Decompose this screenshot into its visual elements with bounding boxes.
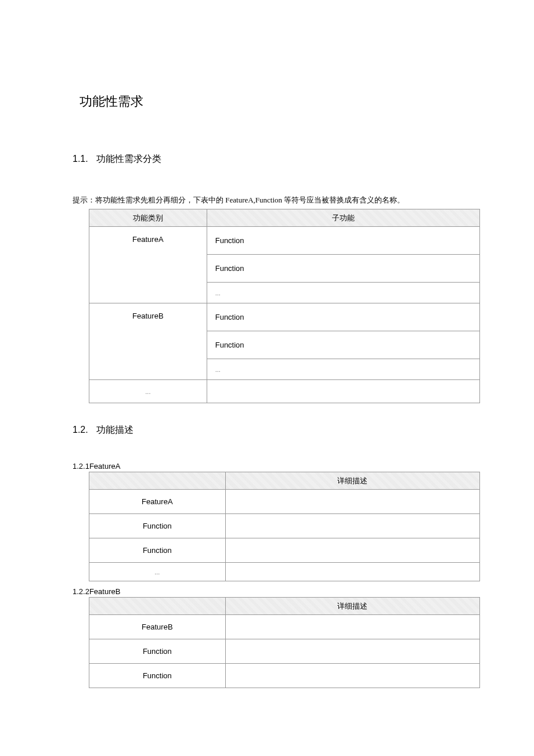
- section-1-heading: 1.1. 功能性需求分类: [73, 153, 461, 165]
- function-cell: Function: [207, 255, 479, 283]
- subsection-1-title: FeatureA: [89, 462, 120, 471]
- label-cell: FeatureB: [89, 615, 226, 639]
- function-cell: Function: [207, 331, 479, 359]
- label-cell: Function: [89, 514, 226, 538]
- feature-cell: FeatureA: [89, 227, 207, 303]
- table-row: 详细描述: [89, 472, 480, 490]
- table-header-detail: 详细描述: [225, 598, 479, 615]
- table-header-category: 功能类别: [89, 209, 207, 227]
- label-cell: Function: [89, 538, 226, 563]
- label-cell: ...: [89, 563, 226, 581]
- section-1-label: 功能性需求分类: [96, 154, 161, 164]
- table-header-subfunction: 子功能: [207, 209, 479, 227]
- subsection-2-heading: 1.2.2FeatureB: [73, 587, 461, 596]
- table-header-detail: 详细描述: [225, 472, 479, 490]
- table-row: 详细描述: [89, 598, 480, 615]
- section-1-num: 1.1.: [73, 154, 88, 164]
- label-cell: FeatureA: [89, 490, 226, 514]
- section-2-label: 功能描述: [96, 425, 134, 435]
- subsection-2-title: FeatureB: [89, 587, 120, 596]
- feature-cell: FeatureB: [89, 303, 207, 380]
- table-feature-classification: 功能类别 子功能 FeatureA Function Function ... …: [89, 209, 480, 403]
- table-header-blank: [89, 472, 226, 490]
- function-cell: ...: [207, 359, 479, 380]
- subsection-1-heading: 1.2.1FeatureA: [73, 462, 461, 471]
- table-row: FeatureA: [89, 490, 480, 514]
- table-row: Function: [89, 514, 480, 538]
- subsection-2-num: 1.2.2: [73, 587, 89, 596]
- feature-cell: ...: [89, 380, 207, 403]
- table-row: Function: [89, 664, 480, 688]
- table-feature-b-detail: 详细描述 FeatureB Function Function: [89, 597, 480, 688]
- table-row: FeatureB Function: [89, 303, 480, 331]
- table-row: Function: [89, 639, 480, 664]
- desc-cell: [225, 538, 479, 563]
- table-row: 功能类别 子功能: [89, 209, 480, 227]
- desc-cell: [225, 563, 479, 581]
- section-2-num: 1.2.: [73, 425, 88, 435]
- table-row: FeatureA Function: [89, 227, 480, 255]
- label-cell: Function: [89, 639, 226, 664]
- desc-cell: [225, 639, 479, 664]
- function-cell: ...: [207, 283, 479, 303]
- table-row: ...: [89, 380, 480, 403]
- table-feature-a-detail: 详细描述 FeatureA Function Function ...: [89, 472, 480, 581]
- function-cell: [207, 380, 479, 403]
- section-1-para: 提示：将功能性需求先粗分再细分，下表中的 FeatureA,Function 等…: [73, 191, 461, 209]
- desc-cell: [225, 615, 479, 639]
- table-row: FeatureB: [89, 615, 480, 639]
- section-2-heading: 1.2. 功能描述: [73, 424, 461, 436]
- desc-cell: [225, 490, 479, 514]
- table-header-blank: [89, 598, 226, 615]
- desc-cell: [225, 514, 479, 538]
- table-row: Function: [89, 538, 480, 563]
- table-row: ...: [89, 563, 480, 581]
- label-cell: Function: [89, 664, 226, 688]
- desc-cell: [225, 664, 479, 688]
- function-cell: Function: [207, 227, 479, 255]
- page-title: 功能性需求: [80, 93, 461, 110]
- subsection-1-num: 1.2.1: [73, 462, 89, 471]
- function-cell: Function: [207, 303, 479, 331]
